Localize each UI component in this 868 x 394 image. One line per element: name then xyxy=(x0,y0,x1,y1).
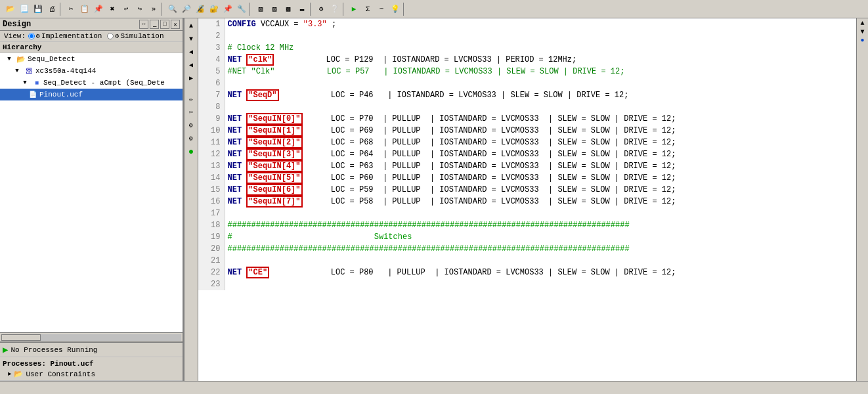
code-line-15[interactable]: NET "SequIN[6]" LOC = P59 | PULLUP | IOS… xyxy=(225,184,856,196)
code-row-15: 15NET "SequIN[6]" LOC = P59 | PULLUP | I… xyxy=(198,184,856,196)
delete-btn[interactable]: ✖ xyxy=(106,3,119,16)
line-number-15: 15 xyxy=(198,184,225,196)
h-scroll-thumb[interactable] xyxy=(1,334,41,341)
tool-btn[interactable]: 🔧 xyxy=(235,3,248,16)
code-container[interactable]: 1CONFIG VCCAUX = "3.3" ;2 3# Clock 12 MH… xyxy=(198,18,856,381)
undo-btn[interactable]: ↩ xyxy=(119,3,133,16)
panel-minimize-btn[interactable]: ⎯ xyxy=(150,20,159,29)
code-row-11: 11NET "SequIN[2]" LOC = P68 | PULLUP | I… xyxy=(198,137,856,148)
radio-simulation[interactable]: ⚙ Simulation xyxy=(107,32,163,40)
radio-implementation[interactable]: ⚙ Implementation xyxy=(28,32,102,40)
tree-item-pinout-ucf[interactable]: 📄 Pinout.ucf xyxy=(0,89,183,100)
mid-down-btn[interactable]: ▼ xyxy=(185,33,197,45)
code-row-5: 5#NET "Clk" LOC = P57 | IOSTANDARD = LVC… xyxy=(198,66,856,77)
more-btn[interactable]: » xyxy=(147,3,160,16)
copy-btn[interactable]: 📋 xyxy=(78,3,91,16)
panel-expand-btn[interactable]: ↔ xyxy=(139,20,148,29)
code-line-18[interactable]: ########################################… xyxy=(225,219,856,231)
panel-close-btn[interactable]: ✕ xyxy=(171,20,180,29)
code-line-8[interactable] xyxy=(225,101,856,113)
new-btn[interactable]: 📂 xyxy=(4,3,17,16)
code-line-21[interactable] xyxy=(225,255,856,267)
code-line-13[interactable]: NET "SequIN[4]" LOC = P63 | PULLUP | IOS… xyxy=(225,160,856,172)
right-sb-btn2[interactable]: ▼ xyxy=(860,28,864,35)
normal-token: LOC = P69 | PULLUP | IOSTANDARD = LVCMOS… xyxy=(303,126,676,135)
mid-left2-btn[interactable]: ◀ xyxy=(185,59,197,71)
help-btn[interactable]: ❔ xyxy=(328,3,341,16)
keyword-token: NET xyxy=(228,197,242,206)
toolbar-group-run: ⚙ ❔ xyxy=(313,3,343,16)
code-line-1[interactable]: CONFIG VCCAUX = "3.3" ; xyxy=(225,18,856,30)
tree-item-sequ-detect[interactable]: ▼ 📂 Sequ_Detect xyxy=(0,53,183,65)
right-sb-btn3[interactable]: ● xyxy=(860,37,864,44)
h-scrollbar[interactable] xyxy=(0,332,183,341)
code-line-23[interactable] xyxy=(225,278,856,290)
process-item-user-constraints[interactable]: ► 📂 User Constraints xyxy=(8,369,180,379)
settings-btn[interactable]: ⚙ xyxy=(315,3,328,16)
code-line-11[interactable]: NET "SequIN[2]" LOC = P68 | PULLUP | IOS… xyxy=(225,137,856,148)
mid-circle-btn[interactable]: ● xyxy=(185,146,197,158)
view2-btn[interactable]: ▨ xyxy=(268,3,281,16)
mid-cut-btn[interactable]: ✂ xyxy=(185,106,197,118)
line-number-17: 17 xyxy=(198,208,225,219)
find4-btn[interactable]: 🔐 xyxy=(207,3,221,16)
tree-label-seq-detect: Seq_Detect - aCmpt (Seq_Dete xyxy=(43,79,165,87)
mid-gear-btn[interactable]: ⚙ xyxy=(185,120,197,131)
normal-token: LOC = P63 | PULLUP | IOSTANDARD = LVCMOS… xyxy=(303,162,676,171)
tree-item-xc3s50a[interactable]: ▼ 🕾 xc3s50a-4tq144 xyxy=(0,65,183,77)
open-btn[interactable]: 📃 xyxy=(18,3,31,16)
save-btn[interactable]: 💾 xyxy=(32,3,45,16)
code-line-2[interactable] xyxy=(225,30,856,42)
mid-edit-btn[interactable]: ✏ xyxy=(185,93,197,105)
code-line-17[interactable] xyxy=(225,208,856,219)
process-section-title: Processes: Pinout.ucf xyxy=(3,359,180,369)
cut-btn[interactable]: ✂ xyxy=(64,3,77,16)
light-btn[interactable]: 💡 xyxy=(389,3,402,16)
mid-up-btn[interactable]: ▲ xyxy=(185,20,197,32)
view4-btn[interactable]: ▬ xyxy=(295,3,309,16)
process-label-user-constraints: User Constraints xyxy=(26,370,95,378)
code-line-19[interactable]: # Switches xyxy=(225,231,856,243)
line-number-6: 6 xyxy=(198,77,225,89)
print-btn[interactable]: 🖨 xyxy=(45,3,58,16)
run-btn[interactable]: ▶ xyxy=(347,3,360,16)
code-line-12[interactable]: NET "SequIN[3]" LOC = P64 | PULLUP | IOS… xyxy=(225,148,856,160)
code-line-7[interactable]: NET "SeqD" LOC = P46 | IOSTANDARD = LVCM… xyxy=(225,89,856,101)
highlight-token: "SequIN[0]" xyxy=(246,113,302,125)
hierarchy-panel[interactable]: ▼ 📂 Sequ_Detect ▼ 🕾 xc3s50a-4tq144 ▼ ■ S… xyxy=(0,53,183,332)
mid-left-btn[interactable]: ◀ xyxy=(185,46,197,58)
code-line-14[interactable]: NET "SequIN[5]" LOC = P60 | PULLUP | IOS… xyxy=(225,172,856,184)
redo-btn[interactable]: ↪ xyxy=(133,3,146,16)
find2-btn[interactable]: 🔎 xyxy=(180,3,193,16)
right-sb-btn1[interactable]: ▲ xyxy=(860,20,864,27)
tree-item-seq-detect-acmpt[interactable]: ▼ ■ Seq_Detect - aCmpt (Seq_Dete xyxy=(0,77,183,89)
code-line-10[interactable]: NET "SequIN[1]" LOC = P69 | PULLUP | IOS… xyxy=(225,125,856,137)
code-line-6[interactable] xyxy=(225,77,856,89)
paste-btn[interactable]: 📌 xyxy=(92,3,105,16)
highlight-token: "SequIN[4]" xyxy=(246,160,302,172)
expand-icon-seq: ▼ xyxy=(20,77,30,88)
code-line-3[interactable]: # Clock 12 MHz xyxy=(225,42,856,54)
normal-token: LOC = P80 | PULLUP | IOSTANDARD = LVCMOS… xyxy=(269,268,676,277)
panel-maximize-btn[interactable]: □ xyxy=(160,20,169,29)
sum-btn[interactable]: Σ xyxy=(361,3,374,16)
code-line-22[interactable]: NET "CE" LOC = P80 | PULLUP | IOSTANDARD… xyxy=(225,267,856,278)
line-number-9: 9 xyxy=(198,113,225,125)
view3-btn[interactable]: ▩ xyxy=(282,3,295,16)
code-row-13: 13NET "SequIN[4]" LOC = P63 | PULLUP | I… xyxy=(198,160,856,172)
code-line-20[interactable]: ########################################… xyxy=(225,243,856,255)
mid-right-btn[interactable]: ▶ xyxy=(185,72,197,84)
code-line-5[interactable]: #NET "Clk" LOC = P57 | IOSTANDARD = LVCM… xyxy=(225,66,856,77)
wave-btn[interactable]: ~ xyxy=(375,3,388,16)
find-btn[interactable]: 🔍 xyxy=(166,3,179,16)
find3-btn[interactable]: 🔏 xyxy=(194,3,207,16)
pin-btn[interactable]: 📌 xyxy=(221,3,234,16)
view1-btn[interactable]: ▧ xyxy=(254,3,267,16)
code-line-16[interactable]: NET "SequIN[7]" LOC = P58 | PULLUP | IOS… xyxy=(225,196,856,208)
code-line-4[interactable]: NET "clk" LOC = P129 | IOSTANDARD = LVCM… xyxy=(225,54,856,66)
bottom-left-panel: ▶ No Processes Running Processes: Pinout… xyxy=(0,341,183,381)
mid-gear2-btn[interactable]: ⚙ xyxy=(185,133,197,144)
line-number-19: 19 xyxy=(198,231,225,243)
process-expand-icon: ► xyxy=(8,371,11,378)
code-line-9[interactable]: NET "SequIN[0]" LOC = P70 | PULLUP | IOS… xyxy=(225,113,856,125)
